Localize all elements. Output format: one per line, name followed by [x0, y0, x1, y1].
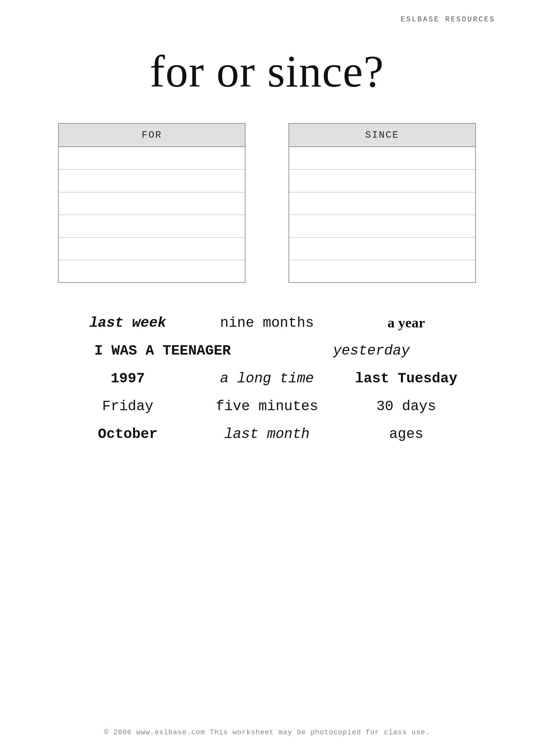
for-cell [59, 169, 245, 192]
word-nine-months: nine months [197, 315, 337, 331]
table-row [59, 260, 245, 283]
tables-container: FOR SINCE [58, 123, 476, 283]
since-table-header: SINCE [289, 123, 475, 147]
page: ESLBASE RESOURCES for or since? FOR SINC… [0, 0, 534, 756]
table-row [289, 169, 475, 192]
footer-text: © 2006 www.eslbase.com This worksheet ma… [0, 729, 534, 737]
words-row-2: I WAS A TEENAGER yesterday [58, 337, 476, 364]
for-table: FOR [58, 123, 245, 283]
for-cell [59, 147, 245, 169]
word-last-week: last week [58, 315, 197, 331]
since-cell [289, 237, 475, 260]
table-row [289, 215, 475, 237]
table-row [59, 215, 245, 237]
word-a-year: a year [337, 314, 476, 331]
since-cell [289, 169, 475, 192]
table-row [289, 237, 475, 260]
table-row [59, 237, 245, 260]
for-table-header: FOR [59, 123, 245, 147]
for-cell [59, 237, 245, 260]
words-row-4: Friday five minutes 30 days [58, 392, 476, 420]
for-cell [59, 215, 245, 237]
table-row [59, 169, 245, 192]
word-yesterday: yesterday [267, 343, 476, 359]
word-friday: Friday [58, 398, 197, 414]
since-cell [289, 215, 475, 237]
words-row-3: 1997 a long time last Tuesday [58, 364, 476, 392]
words-row-5: October last month ages [58, 420, 476, 448]
since-cell [289, 147, 475, 169]
since-table: SINCE [289, 123, 476, 283]
words-section: last week nine months a year I WAS A TEE… [58, 309, 476, 448]
table-row [59, 192, 245, 215]
word-october: October [58, 426, 197, 442]
word-last-tuesday: last Tuesday [337, 370, 476, 387]
page-title: for or since? [39, 45, 495, 97]
word-a-long-time: a long time [197, 370, 337, 387]
since-cell [289, 260, 475, 283]
word-five-minutes: five minutes [197, 398, 337, 414]
for-cell [59, 192, 245, 215]
word-ages: ages [337, 426, 476, 442]
word-i-was-a-teenager: I WAS A TEENAGER [58, 343, 267, 359]
words-row-1: last week nine months a year [58, 309, 476, 337]
table-row [59, 147, 245, 169]
since-cell [289, 192, 475, 215]
table-row [289, 192, 475, 215]
word-30-days: 30 days [337, 398, 476, 414]
table-row [289, 260, 475, 283]
table-row [289, 147, 475, 169]
word-1997: 1997 [58, 370, 197, 387]
for-cell [59, 260, 245, 283]
brand-label: ESLBASE RESOURCES [401, 15, 495, 24]
word-last-month: last month [197, 426, 337, 442]
